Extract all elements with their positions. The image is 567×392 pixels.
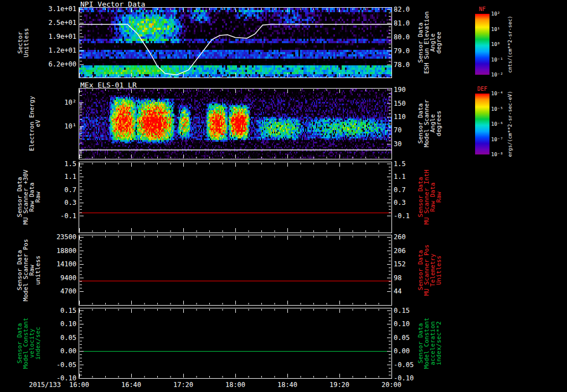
axis-ticks-overlay [0,0,567,392]
sddas-multipanel-plot: NPI Vector Data MEx ELS-01 LR Sector Uni… [0,0,567,392]
